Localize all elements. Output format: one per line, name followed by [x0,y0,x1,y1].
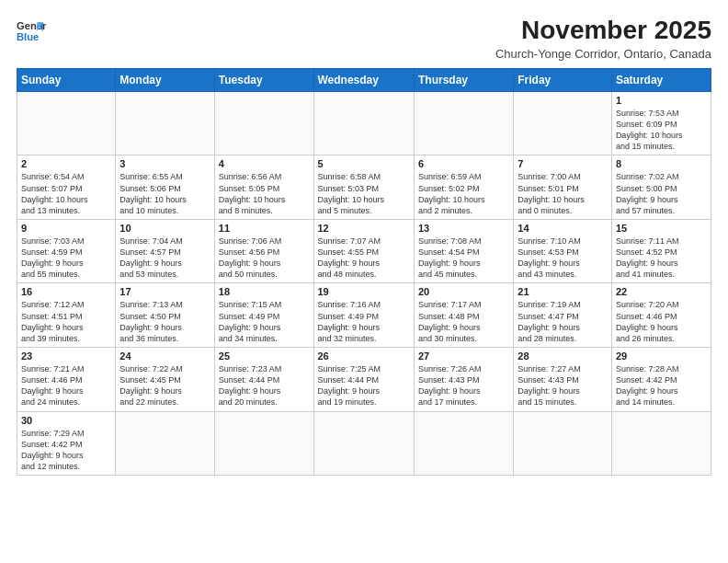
calendar-cell: 1Sunrise: 7:53 AMSunset: 6:09 PMDaylight… [611,91,711,155]
day-info: Sunrise: 6:54 AMSunset: 5:07 PMDaylight:… [21,171,111,216]
calendar-cell: 28Sunrise: 7:27 AMSunset: 4:43 PMDayligh… [514,348,612,412]
day-info: Sunrise: 6:55 AMSunset: 5:06 PMDaylight:… [119,171,210,216]
day-number: 7 [518,158,608,169]
day-info: Sunrise: 7:13 AMSunset: 4:50 PMDaylight:… [119,299,210,344]
col-sunday: Sunday [17,68,116,91]
day-info: Sunrise: 7:28 AMSunset: 4:42 PMDaylight:… [616,363,707,408]
day-info: Sunrise: 7:27 AMSunset: 4:43 PMDaylight:… [518,363,608,408]
day-number: 22 [616,286,707,297]
day-info: Sunrise: 7:06 AMSunset: 4:56 PMDaylight:… [219,236,310,281]
calendar-cell [214,411,313,476]
day-info: Sunrise: 7:53 AMSunset: 6:09 PMDaylight:… [616,108,707,153]
day-info: Sunrise: 7:11 AMSunset: 4:52 PMDaylight:… [616,236,707,281]
day-number: 16 [21,286,111,297]
calendar-header-row: Sunday Monday Tuesday Wednesday Thursday… [17,68,711,91]
calendar-cell: 10Sunrise: 7:04 AMSunset: 4:57 PMDayligh… [116,219,214,283]
calendar-cell: 7Sunrise: 7:00 AMSunset: 5:01 PMDaylight… [514,155,612,220]
day-info: Sunrise: 7:29 AMSunset: 4:42 PMDaylight:… [21,428,111,473]
svg-text:Blue: Blue [17,31,39,42]
calendar-cell: 13Sunrise: 7:08 AMSunset: 4:54 PMDayligh… [414,219,513,283]
calendar-cell: 15Sunrise: 7:11 AMSunset: 4:52 PMDayligh… [611,219,711,283]
day-number: 26 [318,350,410,362]
calendar-cell: 4Sunrise: 6:56 AMSunset: 5:05 PMDaylight… [214,155,313,220]
month-title: November 2025 [495,17,711,45]
day-number: 14 [518,223,608,234]
calendar-week-3: 9Sunrise: 7:03 AMSunset: 4:59 PMDaylight… [17,219,711,283]
calendar-cell: 29Sunrise: 7:28 AMSunset: 4:42 PMDayligh… [611,348,711,412]
calendar-week-2: 2Sunrise: 6:54 AMSunset: 5:07 PMDaylight… [17,155,711,220]
day-number: 20 [418,286,509,297]
day-number: 8 [616,158,707,169]
day-info: Sunrise: 7:22 AMSunset: 4:45 PMDaylight:… [119,363,210,408]
day-number: 3 [119,158,210,169]
calendar-cell: 5Sunrise: 6:58 AMSunset: 5:03 PMDaylight… [313,155,414,220]
day-info: Sunrise: 6:58 AMSunset: 5:03 PMDaylight:… [318,171,410,216]
calendar-cell: 17Sunrise: 7:13 AMSunset: 4:50 PMDayligh… [116,283,214,348]
day-info: Sunrise: 7:04 AMSunset: 4:57 PMDaylight:… [119,236,210,281]
calendar-cell: 6Sunrise: 6:59 AMSunset: 5:02 PMDaylight… [414,155,513,220]
day-number: 21 [518,286,608,297]
day-number: 19 [318,286,410,297]
day-info: Sunrise: 7:17 AMSunset: 4:48 PMDaylight:… [418,299,509,344]
calendar-week-4: 16Sunrise: 7:12 AMSunset: 4:51 PMDayligh… [17,283,711,348]
day-number: 10 [119,223,210,234]
day-info: Sunrise: 7:23 AMSunset: 4:44 PMDaylight:… [219,363,310,408]
title-area: November 2025 Church-Yonge Corridor, Ont… [495,17,711,61]
calendar-cell: 20Sunrise: 7:17 AMSunset: 4:48 PMDayligh… [414,283,513,348]
calendar-cell: 11Sunrise: 7:06 AMSunset: 4:56 PMDayligh… [214,219,313,283]
day-number: 17 [119,286,210,297]
calendar-cell: 8Sunrise: 7:02 AMSunset: 5:00 PMDaylight… [611,155,711,220]
calendar-cell [414,91,513,155]
day-info: Sunrise: 7:12 AMSunset: 4:51 PMDaylight:… [21,299,111,344]
day-info: Sunrise: 6:59 AMSunset: 5:02 PMDaylight:… [418,171,509,216]
day-number: 12 [318,223,410,234]
calendar-cell: 12Sunrise: 7:07 AMSunset: 4:55 PMDayligh… [313,219,414,283]
calendar-cell: 22Sunrise: 7:20 AMSunset: 4:46 PMDayligh… [611,283,711,348]
day-info: Sunrise: 7:10 AMSunset: 4:53 PMDaylight:… [518,236,608,281]
calendar-week-1: 1Sunrise: 7:53 AMSunset: 6:09 PMDaylight… [17,91,711,155]
col-thursday: Thursday [414,68,513,91]
day-number: 25 [219,350,310,362]
calendar-cell [214,91,313,155]
day-info: Sunrise: 7:21 AMSunset: 4:46 PMDaylight:… [21,363,111,408]
col-tuesday: Tuesday [214,68,313,91]
col-wednesday: Wednesday [313,68,414,91]
calendar-cell [514,91,612,155]
calendar-cell: 14Sunrise: 7:10 AMSunset: 4:53 PMDayligh… [514,219,612,283]
day-info: Sunrise: 7:20 AMSunset: 4:46 PMDaylight:… [616,299,707,344]
calendar-cell [116,411,214,476]
calendar-week-6: 30Sunrise: 7:29 AMSunset: 4:42 PMDayligh… [17,411,711,476]
day-number: 15 [616,223,707,234]
day-number: 4 [219,158,310,169]
day-info: Sunrise: 7:16 AMSunset: 4:49 PMDaylight:… [318,299,410,344]
calendar-cell: 3Sunrise: 6:55 AMSunset: 5:06 PMDaylight… [116,155,214,220]
day-number: 23 [21,350,111,362]
logo-svg: General Blue [17,17,46,46]
day-number: 11 [219,223,310,234]
day-info: Sunrise: 7:15 AMSunset: 4:49 PMDaylight:… [219,299,310,344]
subtitle: Church-Yonge Corridor, Ontario, Canada [495,47,711,61]
day-number: 28 [518,350,608,362]
day-info: Sunrise: 7:08 AMSunset: 4:54 PMDaylight:… [418,236,509,281]
calendar-cell: 19Sunrise: 7:16 AMSunset: 4:49 PMDayligh… [313,283,414,348]
day-number: 6 [418,158,509,169]
day-info: Sunrise: 7:00 AMSunset: 5:01 PMDaylight:… [518,171,608,216]
day-info: Sunrise: 7:26 AMSunset: 4:43 PMDaylight:… [418,363,509,408]
day-number: 13 [418,223,509,234]
logo: General Blue [17,17,46,46]
calendar-cell: 18Sunrise: 7:15 AMSunset: 4:49 PMDayligh… [214,283,313,348]
day-info: Sunrise: 7:03 AMSunset: 4:59 PMDaylight:… [21,236,111,281]
calendar-cell: 30Sunrise: 7:29 AMSunset: 4:42 PMDayligh… [17,411,116,476]
day-number: 30 [21,415,111,426]
col-saturday: Saturday [611,68,711,91]
calendar-cell: 26Sunrise: 7:25 AMSunset: 4:44 PMDayligh… [313,348,414,412]
calendar-cell [313,91,414,155]
calendar-cell: 25Sunrise: 7:23 AMSunset: 4:44 PMDayligh… [214,348,313,412]
calendar-cell: 9Sunrise: 7:03 AMSunset: 4:59 PMDaylight… [17,219,116,283]
calendar-cell: 16Sunrise: 7:12 AMSunset: 4:51 PMDayligh… [17,283,116,348]
day-number: 24 [119,350,210,362]
calendar-cell [116,91,214,155]
calendar-cell [313,411,414,476]
col-monday: Monday [116,68,214,91]
col-friday: Friday [514,68,612,91]
